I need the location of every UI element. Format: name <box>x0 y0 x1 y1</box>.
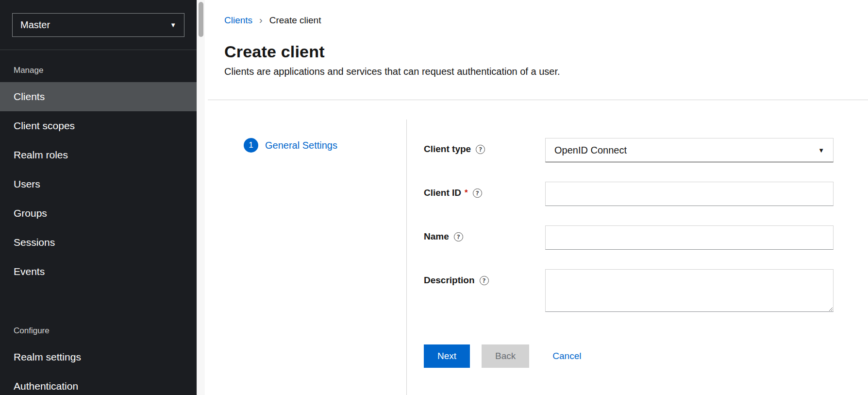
sidebar-item-realm-settings[interactable]: Realm settings <box>0 343 197 372</box>
sidebar-item-groups[interactable]: Groups <box>0 199 197 228</box>
sidebar-item-users[interactable]: Users <box>0 170 197 199</box>
description-textarea[interactable] <box>545 269 834 312</box>
label-text: Name <box>424 231 449 242</box>
wizard-nav: 1 General Settings <box>208 120 407 395</box>
client-id-input[interactable] <box>545 182 834 206</box>
description-label: Description ? <box>424 269 545 286</box>
scrollbar-thumb[interactable] <box>199 2 203 37</box>
sidebar-item-events[interactable]: Events <box>0 257 197 286</box>
wizard-form-panel: Client type ? OpenID Connect ▼ Client ID… <box>407 120 868 395</box>
page-subtitle: Clients are applications and services th… <box>224 66 868 77</box>
client-type-select[interactable]: OpenID Connect ▼ <box>545 138 834 162</box>
client-id-label: Client ID * ? <box>424 182 545 198</box>
select-value: OpenID Connect <box>554 145 627 156</box>
cancel-button[interactable]: Cancel <box>552 351 581 361</box>
nav-section-manage: Manage <box>0 50 197 82</box>
client-type-label: Client type ? <box>424 138 545 155</box>
create-client-wizard: 1 General Settings Client type ? OpenID … <box>208 120 868 395</box>
sidebar-scrollbar[interactable] <box>197 0 205 395</box>
sidebar-nav: Manage Clients Client scopes Realm roles… <box>0 50 197 395</box>
breadcrumb-link-clients[interactable]: Clients <box>224 15 252 26</box>
name-help-icon[interactable]: ? <box>454 232 463 241</box>
wizard-actions: Next Back Cancel <box>424 344 834 368</box>
main-content: Clients › Create client Create client Cl… <box>205 0 868 395</box>
label-text: Client ID <box>424 188 461 198</box>
page-title: Create client <box>224 42 868 61</box>
name-input[interactable] <box>545 225 834 250</box>
step-number-badge: 1 <box>244 138 258 153</box>
app-window: Master ▼ Manage Clients Client scopes Re… <box>0 0 868 395</box>
wizard-step-general-settings[interactable]: 1 General Settings <box>244 138 406 153</box>
form-field-name: Name ? <box>424 225 834 250</box>
form-field-description: Description ? <box>424 269 834 314</box>
manage-nav-list: Clients Client scopes Realm roles Users … <box>0 82 197 286</box>
name-label: Name ? <box>424 225 545 242</box>
client-id-help-icon[interactable]: ? <box>473 189 482 198</box>
step-label: General Settings <box>265 140 337 151</box>
realm-selector[interactable]: Master ▼ <box>12 13 184 37</box>
breadcrumb-separator-icon: › <box>259 15 263 26</box>
chevron-down-icon: ▼ <box>170 21 176 29</box>
label-text: Description <box>424 275 475 286</box>
required-asterisk: * <box>465 188 468 198</box>
realm-name: Master <box>20 19 50 31</box>
back-button[interactable]: Back <box>482 344 529 368</box>
breadcrumb: Clients › Create client <box>224 15 868 26</box>
breadcrumb-current: Create client <box>269 15 321 26</box>
nav-section-configure: Configure <box>0 310 197 343</box>
sidebar: Master ▼ Manage Clients Client scopes Re… <box>0 0 197 395</box>
sidebar-item-authentication[interactable]: Authentication <box>0 372 197 395</box>
description-help-icon[interactable]: ? <box>480 276 489 285</box>
sidebar-item-clients[interactable]: Clients <box>0 82 197 111</box>
next-button[interactable]: Next <box>424 344 470 368</box>
chevron-down-icon: ▼ <box>818 147 824 154</box>
configure-nav-list: Realm settings Authentication <box>0 343 197 395</box>
form-field-client-id: Client ID * ? <box>424 182 834 206</box>
sidebar-item-client-scopes[interactable]: Client scopes <box>0 111 197 140</box>
sidebar-item-realm-roles[interactable]: Realm roles <box>0 140 197 170</box>
form-field-client-type: Client type ? OpenID Connect ▼ <box>424 138 834 162</box>
label-text: Client type <box>424 144 471 155</box>
header-divider <box>208 100 868 100</box>
sidebar-item-sessions[interactable]: Sessions <box>0 228 197 257</box>
client-type-help-icon[interactable]: ? <box>476 145 485 154</box>
